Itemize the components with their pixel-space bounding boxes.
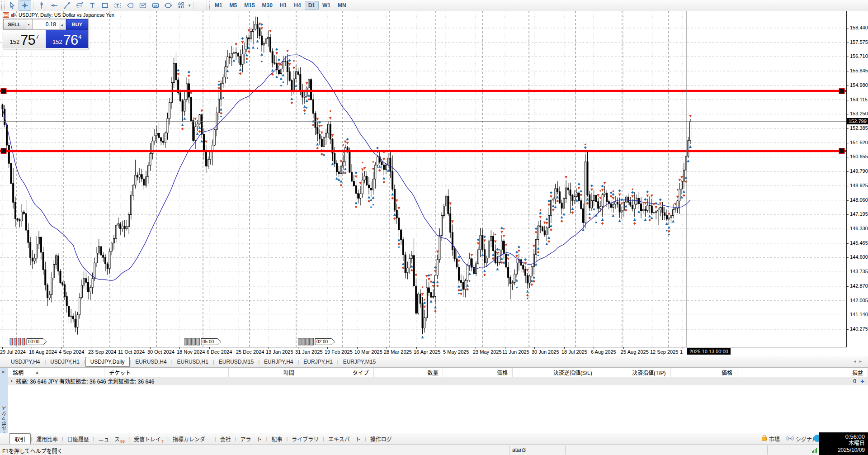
- sort-arrow-icon: ▲: [35, 370, 39, 374]
- horizontal-line-icon[interactable]: [48, 0, 61, 11]
- svg-text:05:00: 05:00: [203, 339, 214, 344]
- date-tick-label: 6 Dec 2024: [207, 349, 232, 355]
- sell-button[interactable]: SELL: [3, 19, 25, 30]
- market-button[interactable]: 市場: [761, 435, 780, 443]
- chart-tab-eurjpy-h1[interactable]: EURJPY,H1: [299, 358, 337, 366]
- expert-button-icon[interactable]: OK: [149, 0, 162, 11]
- add-order-icon[interactable]: +: [860, 379, 864, 384]
- trade-table-body: [8, 385, 868, 434]
- price-axis[interactable]: 152.799 158.440157.575156.710155.845154.…: [846, 11, 868, 347]
- line-handle[interactable]: [1, 88, 6, 94]
- ellipse-icon[interactable]: [162, 0, 175, 11]
- vertical-line-icon[interactable]: [35, 0, 48, 11]
- toolbox-tab-4[interactable]: 受信トレイ7: [130, 434, 167, 444]
- chart-tab-eurusd-h4[interactable]: EURUSD,H4: [131, 358, 171, 366]
- timeframe-w1[interactable]: W1: [319, 1, 334, 10]
- equidistant-channel-icon[interactable]: [73, 0, 86, 11]
- price-tick-label: 149.790: [850, 168, 868, 174]
- toolbox-tab-5[interactable]: 指標カレンダー: [169, 434, 215, 444]
- chart-tab-eurjpy-m15[interactable]: EURJPY,M15: [339, 358, 380, 366]
- price-tick: [847, 71, 849, 71]
- toolbox-tab-7[interactable]: アラート: [236, 434, 266, 444]
- chart-tab-usdjpy-daily[interactable]: USDJPY,Daily: [85, 357, 130, 367]
- rectangle-icon[interactable]: [99, 0, 111, 11]
- balance-row[interactable]: • 残高: 36 646 JPY 有効証拠金: 36 646 余剰証拠金: 36…: [8, 377, 868, 385]
- column-header-チケット[interactable]: チケット: [104, 368, 228, 377]
- toolbox-tab-9[interactable]: ライブラリ: [288, 434, 323, 444]
- column-header-数量[interactable]: 数量: [374, 368, 443, 377]
- volume-input[interactable]: 0.18: [33, 19, 59, 30]
- buy-button[interactable]: BUY: [66, 19, 88, 30]
- chart-title: USDJPY, Daily: US Dollar vs Japanese Yen: [3, 12, 114, 18]
- status-divider: [565, 446, 566, 455]
- clock-display: 0:56:00 木曜日 2025/10/09: [819, 432, 868, 455]
- chart-tab-eurjpy-h4[interactable]: EURJPY,H4: [259, 358, 297, 366]
- timeframe-m1[interactable]: M1: [211, 1, 226, 10]
- calendar-event-marker[interactable]: 02:00: [298, 338, 335, 345]
- line-handle[interactable]: [839, 88, 844, 94]
- toolbox-tab-0[interactable]: 取引: [9, 433, 31, 445]
- timeframe-d1[interactable]: D1: [305, 1, 319, 10]
- chart-title-text: USDJPY, Daily: US Dollar vs Japanese Yen: [19, 12, 114, 18]
- timeframe-h4[interactable]: H4: [290, 1, 304, 10]
- signals-button[interactable]: シグナル: [786, 435, 817, 443]
- volume-up-button[interactable]: ▲: [59, 19, 66, 30]
- column-header-損益[interactable]: 損益: [737, 368, 868, 377]
- toolbox-tab-6[interactable]: 会社: [216, 434, 235, 444]
- date-tick-label: 31 Jan 2025: [295, 349, 323, 355]
- timeframe-h1[interactable]: H1: [276, 1, 290, 10]
- toolbox-tab-10[interactable]: エキスパート: [324, 434, 365, 444]
- price-tick: [847, 143, 849, 143]
- timeframe-m15[interactable]: M15: [241, 1, 258, 10]
- column-header-決済逆指値(S/L)[interactable]: 決済逆指値(S/L): [513, 368, 597, 377]
- timeframe-m30[interactable]: M30: [259, 1, 276, 10]
- price-tick: [847, 128, 849, 129]
- calendar-event-marker[interactable]: 05:00: [184, 338, 221, 345]
- chart-tab-usdjpy-h4[interactable]: USDJPY,H4: [6, 358, 44, 366]
- toolbox-tab-8[interactable]: 記事: [267, 434, 286, 444]
- shapes-icon[interactable]: [175, 0, 187, 11]
- text-label-icon[interactable]: [111, 0, 124, 11]
- toolbox-tab-1[interactable]: 運用比率: [32, 434, 62, 444]
- tab-scroll-arrows[interactable]: ◂▸: [854, 359, 865, 364]
- price-tick-label: 155.845: [850, 68, 868, 73]
- price-label-icon[interactable]: [124, 0, 137, 11]
- price-tick-label: 147.195: [850, 211, 868, 217]
- column-header-時間[interactable]: 時間: [229, 368, 299, 377]
- timeframe-m5[interactable]: M5: [226, 1, 241, 10]
- balance-bullet-icon: •: [11, 379, 13, 384]
- column-header-価格[interactable]: 価格: [443, 368, 513, 377]
- indicator-window-icon[interactable]: [137, 0, 149, 11]
- toolbox-tab-11[interactable]: 操作ログ: [366, 434, 396, 444]
- toolbox-tab-3[interactable]: ニュース99: [94, 434, 128, 444]
- date-tick: [683, 347, 683, 349]
- chart-tab-eurusd-h1[interactable]: EURUSD,H1: [173, 358, 213, 366]
- line-handle[interactable]: [839, 148, 844, 154]
- calendar-event-marker[interactable]: 00:00: [10, 338, 47, 345]
- text-icon[interactable]: [86, 0, 99, 11]
- cursor-icon[interactable]: [6, 0, 19, 11]
- chart-tab-usdjpy-h1[interactable]: USDJPY,H1: [46, 358, 84, 366]
- crosshair-icon[interactable]: [19, 0, 31, 11]
- sell-price[interactable]: 152 75 7: [3, 30, 46, 48]
- volume-down-button[interactable]: ▼: [25, 19, 33, 30]
- dropdown-arrow-icon[interactable]: ▼: [188, 4, 191, 8]
- column-header-銘柄[interactable]: 銘柄▲: [8, 368, 104, 377]
- date-axis[interactable]: 2025.10.13 00:00 29 Jul 202416 Aug 20244…: [0, 347, 846, 356]
- price-tick-label: 144.600: [850, 254, 868, 260]
- trendline-icon[interactable]: [61, 0, 73, 11]
- close-icon[interactable]: ✕: [1, 370, 5, 374]
- column-header-決済指値(T/P)[interactable]: 決済指値(T/P): [597, 368, 671, 377]
- chart-tab-eurusd-m15[interactable]: EURUSD,M15: [214, 358, 258, 366]
- price-tick: [847, 214, 849, 215]
- timeframe-mn[interactable]: MN: [334, 1, 350, 10]
- buy-price[interactable]: 152 76 4: [46, 30, 89, 48]
- line-handle[interactable]: [1, 148, 6, 154]
- column-header-価格[interactable]: 価格: [671, 368, 737, 377]
- toolbox-tab-2[interactable]: 口座履歴: [63, 434, 93, 444]
- candles: [2, 17, 691, 335]
- price-tick: [847, 200, 849, 201]
- column-header-タイプ[interactable]: タイプ: [299, 368, 374, 377]
- current-price-label: 152.799: [847, 118, 868, 124]
- buy-price-prefix: 152: [52, 38, 62, 45]
